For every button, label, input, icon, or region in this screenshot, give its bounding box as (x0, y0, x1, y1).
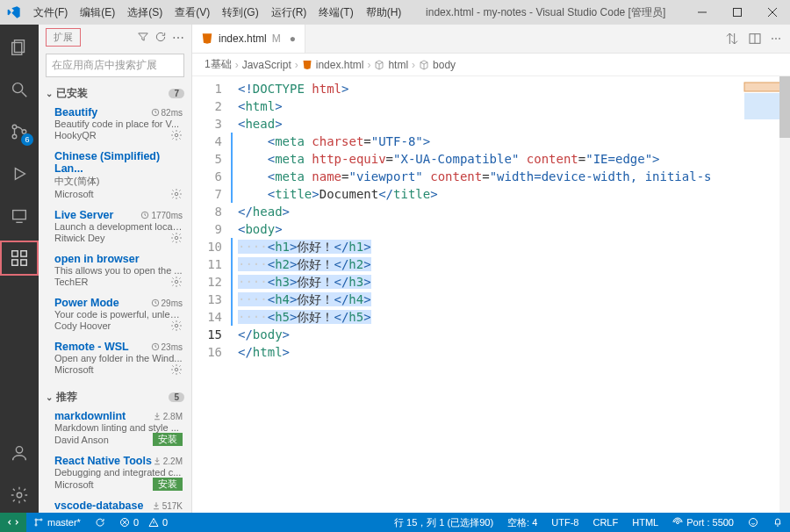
extension-item[interactable]: Beautify82msBeautify code in place for V… (39, 103, 191, 147)
problems-status[interactable]: 0 0 (112, 517, 175, 528)
more-icon[interactable]: ⋯ (771, 32, 781, 45)
extension-item[interactable]: Power Mode29msYour code is powerful, unl… (39, 293, 191, 337)
eol-status[interactable]: CRLF (585, 516, 625, 529)
gear-icon[interactable] (170, 232, 183, 244)
extension-desc: Your code is powerful, unlea... (54, 309, 183, 320)
extension-desc: Beautify code in place for V... (54, 119, 183, 129)
search-icon[interactable] (0, 72, 39, 107)
extension-publisher: Cody Hoover (54, 320, 111, 331)
extension-name: React Native Tools (54, 455, 152, 467)
branch-status[interactable]: master* (26, 517, 88, 528)
element-icon (419, 60, 429, 70)
remote-status[interactable] (0, 513, 26, 532)
breadcrumb-item[interactable]: html (388, 59, 408, 71)
breadcrumb-item[interactable]: JavaScript (242, 59, 291, 71)
extension-publisher: Microsoft (54, 189, 94, 199)
breadcrumb-item[interactable]: 1基础 (205, 57, 232, 72)
extension-search-input[interactable]: 在应用商店中搜索扩展 (46, 54, 184, 77)
close-button[interactable] (755, 0, 790, 25)
section-installed-label: 已安装 (56, 86, 88, 101)
svg-rect-14 (12, 251, 18, 256)
cursor-position[interactable]: 行 15，列 1 (已选择90) (387, 516, 500, 529)
svg-point-25 (175, 280, 178, 284)
install-button[interactable]: 安装 (153, 478, 183, 491)
feedback-icon[interactable] (741, 516, 765, 529)
menu-item[interactable]: 文件(F) (28, 4, 73, 22)
menu-item[interactable]: 终端(T) (313, 4, 358, 22)
gear-icon[interactable] (170, 276, 183, 288)
svg-point-18 (16, 447, 22, 453)
encoding-status[interactable]: UTF-8 (544, 516, 585, 529)
extension-item[interactable]: Remote - WSL23msOpen any folder in the W… (39, 337, 191, 381)
element-icon (374, 60, 384, 70)
svg-point-22 (175, 192, 178, 196)
menu-item[interactable]: 转到(G) (217, 4, 263, 22)
tab-index-html[interactable]: index.html M ● (192, 25, 305, 53)
compare-icon[interactable] (725, 32, 739, 46)
svg-rect-12 (13, 211, 26, 219)
filter-icon[interactable] (137, 31, 149, 45)
extension-name: Beautify (54, 106, 97, 119)
source-control-icon[interactable]: 6 (0, 114, 39, 149)
gear-icon[interactable] (170, 320, 183, 332)
extension-item[interactable]: markdownlint2.8MMarkdown linting and sty… (39, 406, 191, 451)
breadcrumb[interactable]: 1基础›JavaScript›index.html›html›body (192, 54, 790, 76)
gear-icon[interactable] (170, 363, 183, 376)
install-button[interactable]: 安装 (153, 433, 183, 446)
breadcrumb-item[interactable]: index.html (316, 59, 364, 71)
svg-rect-15 (12, 260, 18, 265)
scrollbar-thumb[interactable] (779, 76, 790, 138)
window-title: index.html - my-notes - Visual Studio Co… (406, 5, 685, 20)
breadcrumb-item[interactable]: body (433, 59, 456, 71)
extension-publisher: TechER (54, 277, 89, 287)
section-recommended[interactable]: ⌄ 推荐 5 (39, 388, 191, 406)
chevron-down-icon: ⌄ (46, 392, 53, 402)
language-status[interactable]: HTML (625, 516, 665, 529)
vscode-logo-icon (7, 5, 21, 19)
extension-meta: 82ms (151, 108, 183, 118)
refresh-icon[interactable] (154, 31, 167, 45)
extension-publisher: Ritwick Dey (54, 233, 104, 243)
explorer-icon[interactable] (0, 30, 39, 65)
extension-item[interactable]: vscode-database517K (39, 496, 191, 513)
gear-icon[interactable] (170, 188, 183, 200)
editor-body[interactable]: 12345678910111213141516 <!DOCTYPE html><… (192, 76, 790, 513)
sidebar-title: 扩展 (46, 28, 81, 47)
settings-gear-icon[interactable] (0, 478, 39, 513)
line-gutter: 12345678910111213141516 (192, 76, 231, 513)
minimize-button[interactable] (685, 0, 720, 25)
sync-status[interactable] (88, 517, 112, 528)
debug-icon[interactable] (0, 156, 39, 191)
tab-close-icon[interactable]: ● (290, 32, 296, 45)
menu-item[interactable]: 查看(V) (169, 4, 215, 22)
code-area[interactable]: <!DOCTYPE html><html><head> <meta charse… (231, 76, 790, 513)
extension-item[interactable]: Chinese (Simplified) Lan...中文(简体)Microso… (39, 147, 191, 205)
extension-meta: 517K (152, 501, 183, 511)
split-editor-icon[interactable] (748, 32, 762, 46)
extension-item[interactable]: open in browserThis allows you to open t… (39, 249, 191, 293)
svg-rect-1 (734, 9, 742, 17)
statusbar: master* 0 0 行 15，列 1 (已选择90) 空格: 4 UTF-8… (0, 513, 790, 532)
notifications-icon[interactable] (765, 516, 790, 529)
indent-status[interactable]: 空格: 4 (500, 516, 544, 529)
account-icon[interactable] (0, 435, 39, 471)
remote-icon[interactable] (0, 198, 39, 234)
extension-desc: Open any folder in the Wind... (54, 353, 183, 363)
vertical-scrollbar[interactable] (779, 76, 790, 513)
section-installed[interactable]: ⌄ 已安装 7 (39, 84, 191, 103)
liveserver-status[interactable]: Port : 5500 (665, 516, 741, 529)
html-file-icon (302, 60, 312, 70)
clear-icon[interactable]: ⋯ (172, 31, 184, 45)
extension-publisher: HookyQR (54, 130, 97, 140)
extension-item[interactable]: Live Server1770msLaunch a development lo… (39, 205, 191, 249)
menu-item[interactable]: 运行(R) (266, 4, 312, 22)
menu-item[interactable]: 选择(S) (122, 4, 168, 22)
menu-item[interactable]: 编辑(E) (75, 4, 120, 22)
extension-name: Chinese (Simplified) Lan... (54, 150, 183, 175)
menu-item[interactable]: 帮助(H) (361, 4, 407, 22)
extensions-icon[interactable] (0, 241, 39, 276)
gear-icon[interactable] (170, 129, 183, 141)
installed-count: 7 (169, 89, 184, 98)
extension-item[interactable]: React Native Tools2.2MDebugging and inte… (39, 451, 191, 496)
maximize-button[interactable] (720, 0, 755, 25)
